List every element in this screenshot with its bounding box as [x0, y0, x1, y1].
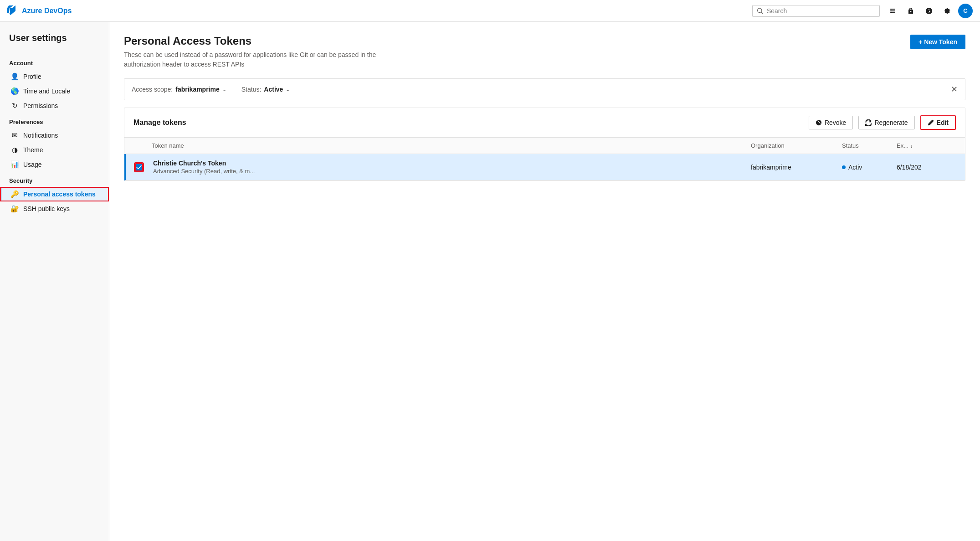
lock-icon-button[interactable]	[903, 4, 918, 18]
avatar[interactable]: C	[958, 4, 973, 18]
td-status: Activ	[842, 164, 897, 171]
token-display-name: Christie Church's Token	[153, 160, 751, 167]
regenerate-label: Regenerate	[874, 119, 908, 126]
tasklist-icon	[889, 7, 896, 15]
settings-icon-button[interactable]	[940, 4, 954, 18]
access-scope-chevron-icon: ⌄	[222, 87, 226, 93]
revoke-icon	[816, 119, 822, 126]
filter-divider	[234, 85, 234, 94]
sidebar-item-profile[interactable]: 👤 Profile	[0, 69, 109, 84]
status-filter-label: Status:	[241, 86, 262, 93]
td-checkbox[interactable]	[135, 163, 153, 171]
page-layout: User settings Account 👤 Profile 🌎 Time a…	[0, 22, 980, 541]
manage-tokens-header: Manage tokens Revoke Regenerate	[124, 108, 965, 138]
sidebar-item-label: Profile	[23, 73, 41, 80]
sidebar-section-preferences: Preferences	[0, 113, 109, 128]
revoke-label: Revoke	[825, 119, 846, 126]
sidebar-item-time-locale[interactable]: 🌎 Time and Locale	[0, 84, 109, 98]
sidebar-item-theme[interactable]: ◑ Theme	[0, 143, 109, 157]
globe-icon: 🌎	[10, 87, 19, 95]
regenerate-icon	[865, 119, 872, 126]
sidebar-item-permissions[interactable]: ↻ Permissions	[0, 98, 109, 113]
status-indicator-icon	[842, 165, 846, 169]
filter-close-button[interactable]: ✕	[951, 84, 958, 94]
task-list-icon-button[interactable]	[885, 4, 900, 18]
header-text: Personal Access Tokens These can be used…	[124, 35, 397, 69]
help-icon-button[interactable]	[922, 4, 936, 18]
th-status: Status	[842, 142, 897, 149]
manage-tokens-section: Manage tokens Revoke Regenerate	[124, 108, 965, 181]
usage-icon: 📊	[10, 160, 19, 169]
sidebar-item-ssh-keys[interactable]: 🔐 SSH public keys	[0, 201, 109, 216]
azure-devops-logo-icon	[7, 5, 18, 16]
edit-icon	[928, 119, 934, 126]
top-navigation: Azure DevOps C	[0, 0, 980, 22]
sidebar-item-usage[interactable]: 📊 Usage	[0, 157, 109, 172]
lock-icon	[907, 7, 914, 15]
new-token-button[interactable]: + New Token	[910, 35, 965, 49]
revoke-button[interactable]: Revoke	[809, 116, 853, 129]
sidebar-title: User settings	[0, 33, 109, 54]
checkmark-icon	[136, 165, 142, 170]
app-name: Azure DevOps	[22, 7, 72, 15]
regenerate-button[interactable]: Regenerate	[858, 116, 914, 129]
ssh-icon: 🔐	[10, 205, 19, 213]
manage-tokens-title: Manage tokens	[133, 119, 803, 127]
status-filter-value: Active	[264, 86, 283, 93]
th-expiry-label: Ex...	[897, 142, 908, 149]
th-organization: Organization	[751, 142, 842, 149]
topnav-icon-group: C	[885, 4, 973, 18]
edit-label: Edit	[937, 119, 949, 126]
sidebar-item-label: Time and Locale	[23, 88, 70, 95]
page-title: Personal Access Tokens	[124, 35, 397, 47]
sidebar-section-account: Account	[0, 54, 109, 69]
access-scope-filter[interactable]: Access scope: fabrikamprime ⌄	[132, 86, 226, 93]
access-scope-label: Access scope:	[132, 86, 173, 93]
table-row[interactable]: Christie Church's Token Advanced Securit…	[124, 154, 965, 180]
sort-arrow-icon: ↓	[910, 143, 913, 149]
sidebar-item-label: Usage	[23, 161, 41, 168]
table-header-row: Token name Organization Status Ex... ↓	[124, 138, 965, 154]
td-expiry: 6/18/202	[897, 164, 956, 171]
sidebar-section-security: Security	[0, 172, 109, 187]
sidebar-item-notifications[interactable]: ✉ Notifications	[0, 128, 109, 143]
page-header: Personal Access Tokens These can be used…	[124, 35, 965, 69]
edit-button[interactable]: Edit	[920, 115, 956, 130]
status-chevron-icon: ⌄	[286, 87, 290, 93]
filter-bar: Access scope: fabrikamprime ⌄ Status: Ac…	[124, 78, 965, 100]
sidebar-item-label: SSH public keys	[23, 205, 70, 212]
notifications-icon: ✉	[10, 131, 19, 139]
td-token-name: Christie Church's Token Advanced Securit…	[153, 160, 751, 175]
th-token-name: Token name	[152, 142, 751, 149]
sidebar-item-label: Notifications	[23, 132, 58, 139]
token-description: Advanced Security (Read, write, & m...	[153, 168, 751, 175]
search-box[interactable]	[752, 5, 880, 17]
status-filter[interactable]: Status: Active ⌄	[241, 86, 290, 93]
page-subtitle: These can be used instead of a password …	[124, 50, 397, 69]
td-organization: fabrikamprime	[751, 164, 842, 171]
profile-icon: 👤	[10, 72, 19, 81]
theme-icon: ◑	[10, 146, 19, 154]
sidebar-item-label: Personal access tokens	[23, 191, 96, 198]
token-icon: 🔑	[10, 190, 19, 198]
row-checkbox[interactable]	[135, 163, 143, 171]
gear-icon	[944, 7, 951, 15]
app-logo[interactable]: Azure DevOps	[7, 5, 72, 16]
permissions-icon: ↻	[10, 102, 19, 110]
sidebar-item-label: Theme	[23, 146, 43, 154]
sidebar: User settings Account 👤 Profile 🌎 Time a…	[0, 22, 109, 541]
access-scope-value: fabrikamprime	[175, 86, 219, 93]
help-icon	[925, 7, 933, 15]
main-content: Personal Access Tokens These can be used…	[109, 22, 980, 541]
token-table: Token name Organization Status Ex... ↓	[124, 138, 965, 180]
search-input[interactable]	[767, 7, 875, 15]
th-expiry: Ex... ↓	[897, 142, 956, 149]
sidebar-item-personal-access-tokens[interactable]: 🔑 Personal access tokens	[0, 187, 109, 201]
avatar-initials: C	[963, 7, 967, 14]
sidebar-item-label: Permissions	[23, 102, 58, 109]
search-icon	[757, 8, 763, 14]
status-value: Activ	[848, 164, 862, 171]
